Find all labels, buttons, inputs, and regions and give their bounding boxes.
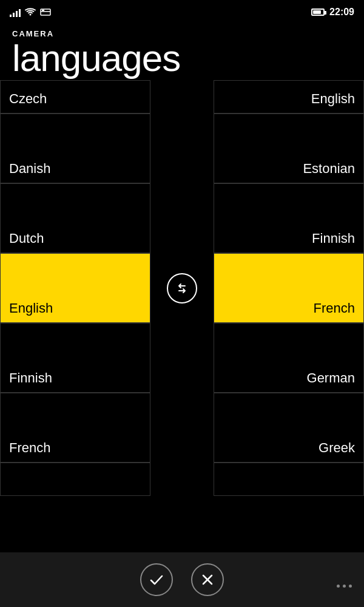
confirm-button[interactable] bbox=[140, 563, 173, 596]
list-item[interactable]: French bbox=[0, 393, 150, 463]
wifi-icon bbox=[24, 7, 36, 17]
swap-icon bbox=[175, 281, 189, 296]
language-label: Dutch bbox=[9, 231, 44, 246]
bottom-bar bbox=[0, 552, 364, 607]
page-title: languages bbox=[12, 38, 352, 78]
right-column: English Estonian Finnish French German G… bbox=[214, 80, 364, 561]
language-label: Czech bbox=[9, 91, 47, 107]
swap-button[interactable] bbox=[167, 273, 197, 304]
dot-1 bbox=[337, 585, 340, 588]
language-label: German bbox=[307, 370, 355, 386]
list-item[interactable]: Czech bbox=[0, 80, 150, 114]
language-label: Greek bbox=[318, 440, 355, 456]
list-item[interactable]: Danish bbox=[0, 114, 150, 183]
close-icon bbox=[200, 572, 215, 588]
language-label: Danish bbox=[9, 161, 50, 177]
language-label: Finnish bbox=[312, 231, 355, 246]
header: CAMERA languages bbox=[0, 24, 364, 80]
list-item[interactable]: Dutch bbox=[0, 183, 150, 253]
list-item-selected-right[interactable]: French bbox=[214, 253, 364, 323]
language-label: French bbox=[314, 300, 355, 316]
swap-button-container bbox=[150, 253, 214, 323]
list-item[interactable]: Finnish bbox=[214, 183, 364, 253]
language-label: English bbox=[9, 300, 53, 316]
cancel-button[interactable] bbox=[191, 563, 224, 596]
storage-icon bbox=[40, 8, 51, 16]
more-button[interactable] bbox=[337, 585, 352, 588]
list-item[interactable] bbox=[214, 463, 364, 496]
list-item-selected-left[interactable]: English bbox=[0, 253, 150, 323]
svg-rect-2 bbox=[42, 10, 44, 11]
language-label: English bbox=[311, 91, 355, 107]
list-item[interactable]: English bbox=[214, 80, 364, 114]
dot-2 bbox=[343, 585, 346, 588]
dot-3 bbox=[349, 585, 352, 588]
checkmark-icon bbox=[149, 572, 164, 588]
language-label: Finnish bbox=[9, 370, 52, 386]
list-item[interactable] bbox=[0, 463, 150, 496]
left-column: Czech Danish Dutch English Finnish Frenc… bbox=[0, 80, 150, 561]
list-item[interactable]: Finnish bbox=[0, 323, 150, 393]
signal-icon bbox=[10, 7, 21, 17]
list-item[interactable]: Estonian bbox=[214, 114, 364, 183]
list-item[interactable]: German bbox=[214, 323, 364, 393]
language-label: Estonian bbox=[303, 161, 355, 177]
list-item[interactable]: Greek bbox=[214, 393, 364, 463]
battery-icon bbox=[311, 8, 325, 16]
language-label: French bbox=[9, 440, 50, 456]
status-left bbox=[10, 7, 306, 17]
main-content: Czech Danish Dutch English Finnish Frenc… bbox=[0, 80, 364, 561]
status-time: 22:09 bbox=[329, 7, 354, 18]
status-bar: 22:09 bbox=[0, 0, 364, 24]
